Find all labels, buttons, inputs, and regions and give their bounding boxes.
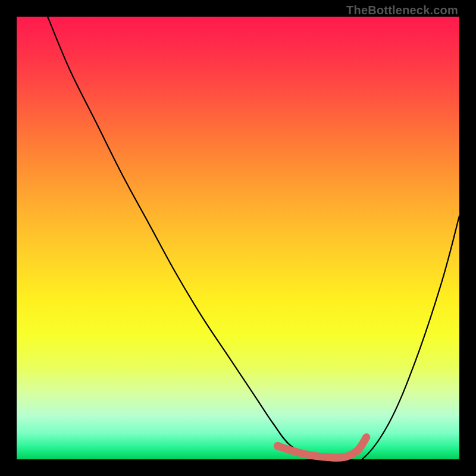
highlight-start-dot — [274, 442, 282, 450]
attribution-text: TheBottleneck.com — [346, 4, 458, 17]
chart-svg — [17, 17, 459, 459]
highlight-segment — [278, 437, 367, 458]
main-curve — [48, 17, 459, 462]
plot-area — [17, 17, 459, 459]
chart-frame: TheBottleneck.com — [0, 0, 476, 476]
